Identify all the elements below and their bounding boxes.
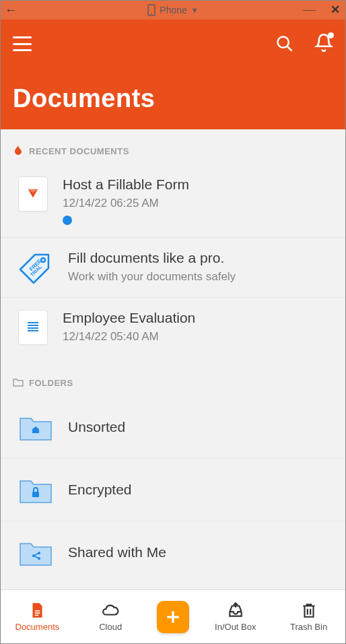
promo-title: Fill documents like a pro. bbox=[68, 250, 333, 266]
folder-item-encrypted[interactable]: Encrypted bbox=[1, 459, 345, 521]
inbox-icon bbox=[227, 602, 244, 619]
notifications-button[interactable] bbox=[314, 33, 333, 55]
svg-rect-11 bbox=[32, 492, 39, 497]
nav-documents[interactable]: Documents bbox=[10, 602, 64, 632]
nav-trash[interactable]: Trash Bin bbox=[282, 602, 336, 632]
app-window: ← Phone ▼ __ ✕ Documents bbox=[0, 0, 346, 644]
document-timestamp: 12/14/22 06:25 AM bbox=[63, 197, 333, 210]
nav-cloud[interactable]: Cloud bbox=[83, 602, 137, 632]
minimize-button[interactable]: __ bbox=[303, 0, 316, 13]
nav-inout[interactable]: In/Out Box bbox=[209, 602, 263, 632]
svg-point-1 bbox=[151, 13, 152, 15]
section-header-recent: RECENT DOCUMENTS bbox=[1, 129, 345, 164]
svg-rect-17 bbox=[35, 610, 40, 612]
page-title: Documents bbox=[13, 84, 333, 113]
svg-rect-18 bbox=[35, 612, 40, 614]
svg-line-3 bbox=[287, 46, 292, 51]
menu-button[interactable] bbox=[13, 36, 32, 51]
cloud-icon bbox=[102, 602, 119, 619]
folder-item-unsorted[interactable]: Unsorted bbox=[1, 396, 345, 459]
emulator-titlebar: ← Phone ▼ __ ✕ bbox=[1, 1, 345, 20]
pdf-thumbnail-icon bbox=[18, 176, 48, 212]
close-button[interactable]: ✕ bbox=[331, 3, 340, 17]
folder-outline-icon bbox=[13, 377, 24, 388]
document-title: Employee Evaluation bbox=[63, 310, 333, 326]
document-timestamp: 12/14/22 05:40 AM bbox=[63, 330, 333, 344]
device-label: Phone bbox=[160, 5, 186, 15]
svg-point-2 bbox=[278, 37, 289, 48]
section-header-folders: FOLDERS bbox=[1, 357, 345, 396]
search-icon[interactable] bbox=[275, 34, 294, 53]
phone-icon bbox=[147, 4, 155, 16]
content-scroll[interactable]: RECENT DOCUMENTS Host a Fillable Form 12… bbox=[1, 129, 345, 589]
document-title: Host a Fillable Form bbox=[63, 176, 333, 193]
folder-label: Unsorted bbox=[68, 419, 125, 435]
trash-icon bbox=[300, 602, 318, 619]
free-trial-tag-icon: FREE TRIAL bbox=[18, 250, 53, 285]
add-button[interactable] bbox=[157, 601, 189, 633]
device-selector[interactable]: Phone ▼ bbox=[147, 4, 198, 16]
folder-label: Shared with Me bbox=[68, 544, 166, 560]
text-thumbnail-icon bbox=[18, 310, 48, 345]
promo-item[interactable]: FREE TRIAL Fill documents like a pro. Wo… bbox=[1, 238, 345, 298]
recent-document-item[interactable]: Host a Fillable Form 12/14/22 06:25 AM bbox=[1, 164, 345, 238]
app-header: Documents bbox=[1, 20, 345, 129]
back-arrow-icon[interactable]: ← bbox=[5, 3, 17, 18]
recent-document-item[interactable]: Employee Evaluation 12/14/22 05:40 AM bbox=[1, 298, 345, 357]
folder-home-icon bbox=[18, 412, 53, 442]
document-icon bbox=[28, 602, 46, 619]
flame-icon bbox=[13, 146, 24, 156]
svg-rect-19 bbox=[35, 615, 38, 616]
bottom-nav: Documents Cloud In/Out Box Trash Bin bbox=[1, 589, 345, 643]
folder-label: Encrypted bbox=[68, 482, 132, 498]
folder-share-icon bbox=[18, 538, 53, 567]
chevron-down-icon: ▼ bbox=[191, 6, 199, 14]
folder-lock-icon bbox=[18, 475, 53, 505]
unread-indicator bbox=[63, 216, 72, 225]
plus-icon bbox=[164, 608, 182, 626]
notification-dot bbox=[328, 32, 334, 38]
promo-subtitle: Work with your documents safely bbox=[68, 270, 333, 284]
folder-item-shared[interactable]: Shared with Me bbox=[1, 521, 345, 583]
